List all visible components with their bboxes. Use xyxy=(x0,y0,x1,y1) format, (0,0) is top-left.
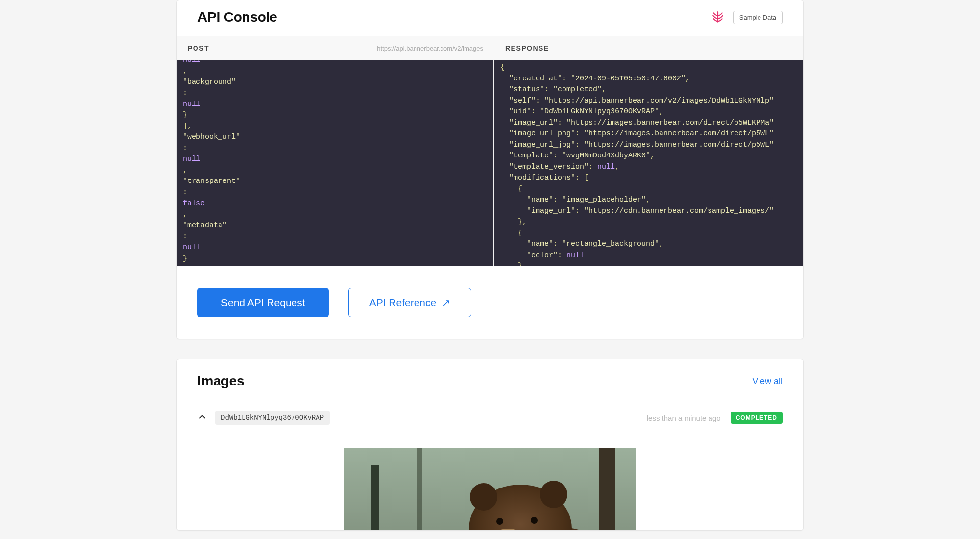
svg-point-12 xyxy=(531,517,538,524)
api-console-title: API Console xyxy=(197,9,277,25)
api-reference-link[interactable]: API Reference ↗ xyxy=(348,288,472,317)
image-uid-chip[interactable]: DdWb1LGkNYNlpyq3670OKvRAP xyxy=(215,411,330,425)
image-preview-box[interactable] xyxy=(344,448,636,530)
code-panes: "name": "separators1", "color": null }, … xyxy=(177,60,803,266)
images-title: Images xyxy=(197,373,244,389)
response-body-viewer[interactable]: { "created_at": "2024-09-05T05:50:47.800… xyxy=(494,60,803,266)
svg-rect-3 xyxy=(599,448,615,530)
send-api-request-button[interactable]: Send API Request xyxy=(197,288,329,317)
api-console-header: API Console Sample Data xyxy=(177,0,803,36)
api-console-actions: Send API Request API Reference ↗ xyxy=(177,266,803,339)
image-preview xyxy=(177,433,803,530)
svg-point-7 xyxy=(470,483,497,511)
chevron-up-icon[interactable] xyxy=(197,412,207,424)
response-label: RESPONSE xyxy=(505,44,549,52)
api-console-card: API Console Sample Data PO xyxy=(176,0,804,339)
api-reference-label: API Reference xyxy=(369,297,437,308)
post-label: POST xyxy=(188,44,209,52)
request-body-editor[interactable]: "name": "separators1", "color": null }, … xyxy=(177,60,494,266)
svg-rect-2 xyxy=(417,448,422,530)
external-arrow-icon: ↗ xyxy=(442,297,450,308)
api-console-subheader-post: POST https://api.bannerbear.com/v2/image… xyxy=(177,36,494,60)
api-url: https://api.bannerbear.com/v2/images xyxy=(377,45,483,52)
svg-point-11 xyxy=(496,518,503,525)
image-time-ago: less than a minute ago xyxy=(647,414,721,422)
api-console-header-right: Sample Data xyxy=(711,11,783,24)
view-all-link[interactable]: View all xyxy=(752,376,783,386)
images-header: Images View all xyxy=(177,359,803,403)
svg-point-8 xyxy=(540,481,567,508)
api-console-subheader-response: RESPONSE xyxy=(494,36,803,60)
image-row-left: DdWb1LGkNYNlpyq3670OKvRAP xyxy=(197,411,330,425)
api-console-subheader: POST https://api.bannerbear.com/v2/image… xyxy=(177,36,803,60)
bannerbear-logo-icon xyxy=(711,11,724,24)
status-badge-completed: COMPLETED xyxy=(731,412,783,424)
sample-data-button[interactable]: Sample Data xyxy=(733,11,783,24)
image-row-right: less than a minute ago COMPLETED xyxy=(647,412,783,424)
svg-rect-1 xyxy=(371,465,379,530)
images-card: Images View all DdWb1LGkNYNlpyq3670OKvRA… xyxy=(176,359,804,531)
image-row: DdWb1LGkNYNlpyq3670OKvRAP less than a mi… xyxy=(177,403,803,433)
